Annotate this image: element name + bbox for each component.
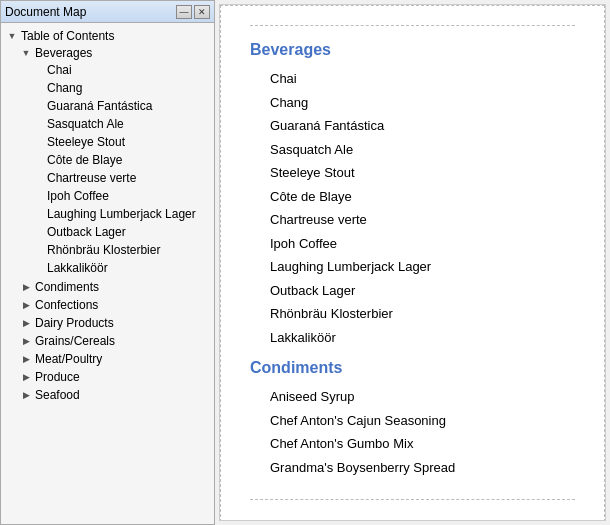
doc-item: Côte de Blaye xyxy=(250,185,575,209)
doc-item: Laughing Lumberjack Lager xyxy=(250,255,575,279)
tree-item-confections: ▶ Confections xyxy=(1,296,214,314)
doc-item: Ipoh Coffee xyxy=(250,232,575,256)
dairy-expand-icon: ▶ xyxy=(19,316,33,330)
list-item: Laughing Lumberjack Lager xyxy=(1,205,214,223)
doc-item: Chef Anton's Cajun Seasoning xyxy=(250,409,575,433)
doc-inner: Beverages Chai Chang Guaraná Fantástica … xyxy=(220,5,605,520)
guarana-label: Guaraná Fantástica xyxy=(47,99,152,113)
list-item: Côte de Blaye xyxy=(1,151,214,169)
tree-item-grains: ▶ Grains/Cereals xyxy=(1,332,214,350)
seafood-label: Seafood xyxy=(35,388,80,402)
chai-label: Chai xyxy=(47,63,72,77)
doc-item: Grandma's Boysenberry Spread xyxy=(250,456,575,480)
beverages-section: Beverages Chai Chang Guaraná Fantástica … xyxy=(250,41,575,349)
steeleye-label: Steeleye Stout xyxy=(47,135,125,149)
dairy-label: Dairy Products xyxy=(35,316,114,330)
tree-row-chartreuse[interactable]: Chartreuse verte xyxy=(1,170,214,186)
close-button[interactable]: ✕ xyxy=(194,5,210,19)
laughing-label: Laughing Lumberjack Lager xyxy=(47,207,196,221)
beverages-expand-icon: ▼ xyxy=(19,46,33,60)
tree-row-steeleye[interactable]: Steeleye Stout xyxy=(1,134,214,150)
tree-row-seafood[interactable]: ▶ Seafood xyxy=(1,387,214,403)
tree-item-seafood: ▶ Seafood xyxy=(1,386,214,404)
sasquatch-label: Sasquatch Ale xyxy=(47,117,124,131)
tree-row-grains[interactable]: ▶ Grains/Cereals xyxy=(1,333,214,349)
doc-item: Lakkaliköör xyxy=(250,326,575,350)
cote-label: Côte de Blaye xyxy=(47,153,122,167)
produce-expand-icon: ▶ xyxy=(19,370,33,384)
seafood-expand-icon: ▶ xyxy=(19,388,33,402)
tree-row-chai[interactable]: Chai xyxy=(1,62,214,78)
dashed-top-border xyxy=(250,25,575,26)
doc-item: Steeleye Stout xyxy=(250,161,575,185)
doc-item: Chai xyxy=(250,67,575,91)
doc-item: Aniseed Syrup xyxy=(250,385,575,409)
tree-row-cote[interactable]: Côte de Blaye xyxy=(1,152,214,168)
doc-item: Outback Lager xyxy=(250,279,575,303)
tree-row-condiments[interactable]: ▶ Condiments xyxy=(1,279,214,295)
condiments-label: Condiments xyxy=(35,280,99,294)
beverages-label: Beverages xyxy=(35,46,92,60)
tree-row-ipoh[interactable]: Ipoh Coffee xyxy=(1,188,214,204)
doc-item: Sasquatch Ale xyxy=(250,138,575,162)
tree-row-guarana[interactable]: Guaraná Fantástica xyxy=(1,98,214,114)
doc-item: Chang xyxy=(250,91,575,115)
tree-row-outback[interactable]: Outback Lager xyxy=(1,224,214,240)
meat-expand-icon: ▶ xyxy=(19,352,33,366)
doc-item: Chartreuse verte xyxy=(250,208,575,232)
tree-item-condiments: ▶ Condiments xyxy=(1,278,214,296)
minimize-button[interactable]: — xyxy=(176,5,192,19)
tree-root-label: Table of Contents xyxy=(21,29,114,43)
ipoh-label: Ipoh Coffee xyxy=(47,189,109,203)
document-map-titlebar: Document Map — ✕ xyxy=(1,1,214,23)
tree-row-rhon[interactable]: Rhönbräu Klosterbier xyxy=(1,242,214,258)
list-item: Ipoh Coffee xyxy=(1,187,214,205)
doc-item: Chef Anton's Gumbo Mix xyxy=(250,432,575,456)
expand-icon: ▼ xyxy=(5,29,19,43)
tree-row-dairy[interactable]: ▶ Dairy Products xyxy=(1,315,214,331)
document-content-panel: Beverages Chai Chang Guaraná Fantástica … xyxy=(219,4,606,521)
doc-item: Rhönbräu Klosterbier xyxy=(250,302,575,326)
tree-row-root[interactable]: ▼ Table of Contents xyxy=(1,28,214,44)
rhon-label: Rhönbräu Klosterbier xyxy=(47,243,160,257)
tree-root: ▼ Table of Contents ▼ Beverages Chai Cha… xyxy=(1,27,214,405)
list-item: Chang xyxy=(1,79,214,97)
beverages-children: Chai Chang Guaraná Fantástica Sasquatch … xyxy=(1,61,214,277)
dashed-bottom-border xyxy=(250,499,575,500)
condiments-section-title: Condiments xyxy=(250,359,575,377)
meat-label: Meat/Poultry xyxy=(35,352,102,366)
tree-item-beverages: ▼ Beverages Chai Chang Guaraná Fantástic… xyxy=(1,44,214,278)
grains-label: Grains/Cereals xyxy=(35,334,115,348)
grains-expand-icon: ▶ xyxy=(19,334,33,348)
confections-expand-icon: ▶ xyxy=(19,298,33,312)
list-item: Rhönbräu Klosterbier xyxy=(1,241,214,259)
tree-row-chang[interactable]: Chang xyxy=(1,80,214,96)
tree-row-produce[interactable]: ▶ Produce xyxy=(1,369,214,385)
tree-row-sasquatch[interactable]: Sasquatch Ale xyxy=(1,116,214,132)
lakka-label: Lakkaliköör xyxy=(47,261,108,275)
tree-item-dairy: ▶ Dairy Products xyxy=(1,314,214,332)
document-map-panel: Document Map — ✕ ▼ Table of Contents ▼ B… xyxy=(0,0,215,525)
confections-label: Confections xyxy=(35,298,98,312)
tree-level1: ▼ Beverages Chai Chang Guaraná Fantástic… xyxy=(1,44,214,404)
tree-row-beverages[interactable]: ▼ Beverages xyxy=(1,45,214,61)
tree-row-meat[interactable]: ▶ Meat/Poultry xyxy=(1,351,214,367)
tree-item-meat: ▶ Meat/Poultry xyxy=(1,350,214,368)
list-item: Steeleye Stout xyxy=(1,133,214,151)
condiments-expand-icon: ▶ xyxy=(19,280,33,294)
outback-label: Outback Lager xyxy=(47,225,126,239)
chartreuse-label: Chartreuse verte xyxy=(47,171,136,185)
document-map-title: Document Map xyxy=(5,5,86,19)
beverages-section-title: Beverages xyxy=(250,41,575,59)
produce-label: Produce xyxy=(35,370,80,384)
list-item: Guaraná Fantástica xyxy=(1,97,214,115)
doc-item: Guaraná Fantástica xyxy=(250,114,575,138)
tree-row-lakka[interactable]: Lakkaliköör xyxy=(1,260,214,276)
tree-row-laughing[interactable]: Laughing Lumberjack Lager xyxy=(1,206,214,222)
list-item: Sasquatch Ale xyxy=(1,115,214,133)
condiments-section: Condiments Aniseed Syrup Chef Anton's Ca… xyxy=(250,359,575,479)
tree-row-confections[interactable]: ▶ Confections xyxy=(1,297,214,313)
document-map-content[interactable]: ▼ Table of Contents ▼ Beverages Chai Cha… xyxy=(1,23,214,524)
list-item: Outback Lager xyxy=(1,223,214,241)
tree-item-produce: ▶ Produce xyxy=(1,368,214,386)
